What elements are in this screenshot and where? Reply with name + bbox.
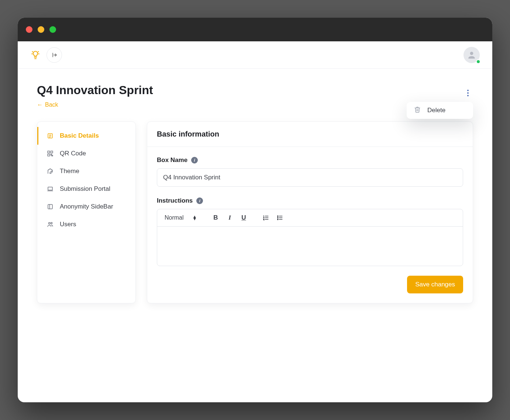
- sidebar-item-label: Theme: [60, 168, 79, 175]
- app-window: Q4 Innovation Sprint ← Back Delete Basic…: [18, 18, 492, 402]
- svg-rect-8: [48, 187, 52, 190]
- sidebar-item-basic-details[interactable]: Basic Details: [37, 127, 135, 145]
- panel-footer: Save changes: [147, 276, 473, 303]
- chevron-sort-icon: ▲▼: [193, 216, 197, 220]
- arrow-left-icon: ←: [37, 101, 43, 108]
- editor-toolbar: Normal ▲▼ B I U: [157, 209, 463, 227]
- sidebar-item-label: QR Code: [60, 150, 86, 157]
- presence-online-icon: [476, 59, 480, 64]
- sidebar-item-submission-portal[interactable]: Submission Portal: [37, 180, 135, 198]
- lightbulb-logo-icon: [30, 50, 41, 60]
- palette-icon: [46, 168, 54, 175]
- box-name-label-text: Box Name: [157, 156, 187, 164]
- panel-header: Basic information: [147, 122, 473, 147]
- svg-point-13: [278, 217, 278, 218]
- expand-sidebar-button[interactable]: [46, 47, 62, 63]
- rich-text-editor: Normal ▲▼ B I U: [157, 209, 463, 266]
- format-select-value: Normal: [165, 214, 184, 221]
- svg-rect-7: [48, 154, 49, 156]
- save-changes-button[interactable]: Save changes: [407, 276, 463, 293]
- box-name-label: Box Name i: [157, 156, 463, 164]
- svg-point-10: [49, 223, 51, 224]
- svg-rect-9: [48, 204, 52, 209]
- instructions-input[interactable]: [157, 227, 463, 266]
- bold-button[interactable]: B: [210, 212, 221, 223]
- settings-sidebar: Basic Details QR Code Theme: [37, 121, 136, 303]
- underline-button[interactable]: U: [238, 212, 249, 223]
- ordered-list-button[interactable]: [260, 212, 271, 223]
- trash-icon: [414, 106, 421, 114]
- svg-point-0: [470, 52, 473, 55]
- window-close-dot[interactable]: [26, 26, 32, 33]
- svg-rect-5: [48, 151, 49, 153]
- document-icon: [46, 132, 54, 140]
- page-title: Q4 Innovation Sprint: [37, 83, 473, 97]
- svg-point-1: [467, 90, 469, 91]
- qr-code-icon: [46, 150, 54, 157]
- content-row: Basic Details QR Code Theme: [37, 121, 473, 303]
- box-name-field: Box Name i: [157, 156, 463, 187]
- page-body: Q4 Innovation Sprint ← Back Delete Basic…: [18, 69, 492, 303]
- sidebar-item-label: Anonymity SideBar: [60, 203, 113, 210]
- sidebar-item-qr-code[interactable]: QR Code: [37, 145, 135, 162]
- svg-point-12: [278, 216, 278, 216]
- more-options-button[interactable]: [463, 88, 473, 98]
- svg-point-14: [278, 219, 278, 220]
- back-link-label: Back: [45, 101, 58, 108]
- sidebar-item-label: Submission Portal: [60, 185, 110, 193]
- basic-info-panel: Basic information Box Name i Instruction…: [147, 121, 473, 303]
- svg-rect-6: [51, 151, 53, 153]
- instructions-label: Instructions i: [157, 197, 463, 204]
- user-avatar[interactable]: [464, 47, 480, 63]
- app-header: [18, 41, 492, 69]
- unordered-list-button[interactable]: [274, 212, 285, 223]
- info-icon[interactable]: i: [196, 197, 203, 204]
- window-maximize-dot[interactable]: [49, 26, 56, 33]
- more-options-popover: Delete: [407, 102, 473, 119]
- sidebar-item-label: Basic Details: [60, 132, 99, 140]
- instructions-field: Instructions i Normal ▲▼ B: [157, 197, 463, 266]
- instructions-label-text: Instructions: [157, 197, 193, 204]
- users-icon: [46, 221, 54, 228]
- sidebar-item-label: Users: [60, 221, 76, 228]
- window-minimize-dot[interactable]: [38, 26, 44, 33]
- delete-option[interactable]: Delete: [427, 107, 445, 114]
- laptop-icon: [46, 185, 54, 193]
- panel-title: Basic information: [157, 130, 463, 138]
- box-name-input[interactable]: [157, 168, 463, 187]
- italic-button[interactable]: I: [224, 212, 235, 223]
- window-titlebar: [18, 18, 492, 41]
- sidebar-item-anonymity-sidebar[interactable]: Anonymity SideBar: [37, 198, 135, 216]
- panel-body: Box Name i Instructions i: [147, 147, 473, 276]
- svg-point-3: [467, 95, 469, 96]
- svg-point-2: [467, 92, 469, 94]
- info-icon[interactable]: i: [191, 157, 198, 163]
- back-link[interactable]: ← Back: [37, 101, 58, 108]
- svg-point-11: [51, 222, 52, 224]
- format-select[interactable]: Normal ▲▼: [162, 213, 199, 223]
- sidebar-item-users[interactable]: Users: [37, 216, 135, 233]
- panel-icon: [46, 203, 54, 210]
- sidebar-item-theme[interactable]: Theme: [37, 162, 135, 180]
